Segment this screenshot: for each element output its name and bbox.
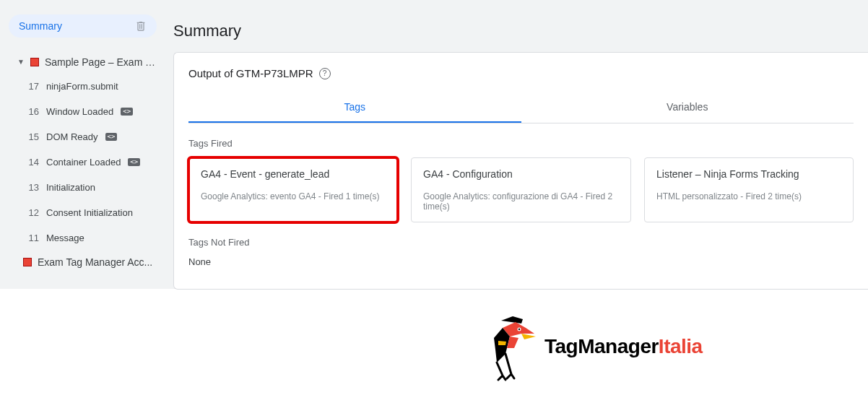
tab-variables[interactable]: Variables [521,92,854,123]
event-label: Window Loaded [46,106,113,117]
brand-logo: TagManagerItalia [481,312,703,381]
event-label: DOM Ready [46,131,98,142]
tree-page-title: Sample Page – Exam Ta... [45,56,160,68]
tag-card[interactable]: GA4 - Event - generate_leadGoogle Analyt… [188,157,398,222]
event-row[interactable]: 15DOM Ready<> [26,124,166,149]
output-label: Output of GTM-P73LMPR [188,67,313,79]
page-status-icon [23,258,32,266]
tab-tags[interactable]: Tags [188,92,521,123]
event-label: ninjaForm.submit [46,81,118,92]
event-index: 12 [26,207,39,218]
help-icon[interactable]: ? [319,68,331,79]
event-label: Consent Initialization [46,207,133,218]
caret-down-icon: ▼ [17,58,25,66]
event-label: Initialization [46,182,95,193]
code-chip-icon: <> [105,133,118,141]
tag-card-title: Listener – Ninja Forms Tracking [656,168,841,180]
tag-card-title: GA4 - Configuration [423,168,619,180]
event-row[interactable]: 13Initialization [26,175,166,200]
event-row[interactable]: 11Message [26,225,166,251]
event-tree: ▼ Sample Page – Exam Ta... 17ninjaForm.s… [9,51,166,274]
page-title: Summary [173,22,868,40]
svg-point-1 [518,329,520,330]
none-text: None [188,256,854,267]
tags-fired-label: Tags Fired [188,138,854,149]
event-index: 11 [26,233,39,243]
event-row[interactable]: 12Consent Initialization [26,200,166,225]
brand-text-b: Italia [659,335,703,357]
event-index: 14 [26,157,39,168]
event-index: 16 [26,106,39,117]
tag-card[interactable]: Listener – Ninja Forms TrackingHTML pers… [644,157,854,222]
code-chip-icon: <> [128,158,140,166]
tags-not-fired-label: Tags Not Fired [188,237,854,248]
tag-card[interactable]: GA4 - ConfigurationGoogle Analytics: con… [411,157,631,222]
tree-page-row-2[interactable]: Exam Tag Manager Acc... [13,251,166,274]
event-label: Container Loaded [46,157,121,168]
summary-label: Summary [19,20,62,32]
page-status-icon [30,58,39,66]
clear-icon[interactable] [135,20,147,32]
event-row[interactable]: 17ninjaForm.submit [26,74,166,99]
tree-page-title-2: Exam Tag Manager Acc... [38,256,152,268]
event-index: 13 [26,182,39,193]
woodpecker-icon [481,312,539,381]
event-label: Message [46,233,84,243]
event-row[interactable]: 14Container Loaded<> [26,149,166,175]
output-panel: Output of GTM-P73LMPR ? Tags Variables T… [173,52,868,290]
brand-text-a: TagManager [544,335,659,357]
tag-card-subtitle: Google Analytics: evento GA4 - Fired 1 t… [201,191,386,201]
tag-card-subtitle: Google Analytics: configurazione di GA4 … [423,191,619,212]
tag-card-subtitle: HTML personalizzato - Fired 2 time(s) [656,191,841,201]
summary-nav-item[interactable]: Summary [9,14,157,38]
sidebar: Summary ▼ Sample Page – Exam Ta... 17nin… [0,0,166,289]
main-content: Summary Output of GTM-P73LMPR ? Tags Var… [166,0,868,289]
code-chip-icon: <> [121,108,133,116]
event-index: 15 [26,131,39,142]
tag-card-title: GA4 - Event - generate_lead [201,168,386,180]
tabs: Tags Variables [188,92,854,123]
tree-page-row[interactable]: ▼ Sample Page – Exam Ta... [13,51,166,74]
event-row[interactable]: 16Window Loaded<> [26,99,166,124]
event-index: 17 [26,81,39,92]
